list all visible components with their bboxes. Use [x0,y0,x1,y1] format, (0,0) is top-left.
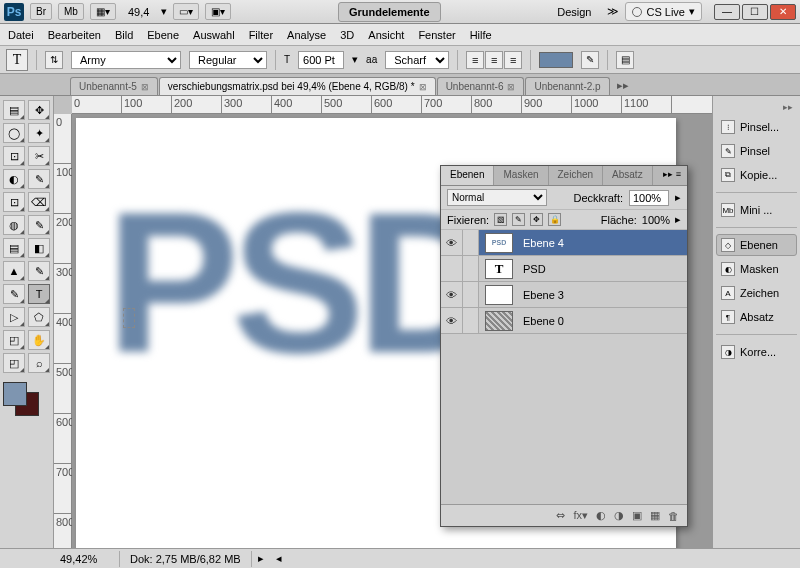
layer-name[interactable]: Ebene 4 [519,237,687,249]
tool-button[interactable]: ⊡ [3,192,25,212]
scroll-left-icon[interactable]: ◂ [270,550,288,567]
tool-button[interactable]: ◯ [3,123,25,143]
document-tab[interactable]: verschiebungsmatrix.psd bei 49,4% (Ebene… [159,77,436,95]
tab-close-icon[interactable]: ⊠ [141,82,149,92]
panel-button-ebenen[interactable]: ◇Ebenen [716,234,797,256]
layer-thumbnail[interactable]: PSD [485,233,513,253]
tabs-overflow-icon[interactable]: ▸▸ [611,76,635,95]
panel-button-masken[interactable]: ◐Masken [716,258,797,280]
panel-menu-icon[interactable]: ▸▸ ≡ [657,166,687,185]
close-button[interactable]: ✕ [770,4,796,20]
menu-3d[interactable]: 3D [340,29,354,41]
tool-button[interactable]: ⊡ [3,146,25,166]
character-panel-button[interactable]: ▤ [616,51,634,69]
layer-row[interactable]: 👁PSDEbene 4 [441,230,687,256]
panel-button-korre[interactable]: ◑Korre... [716,341,797,363]
tool-button[interactable]: ◰ [3,353,25,373]
fill-slider-icon[interactable]: ▸ [675,213,681,226]
opacity-slider-icon[interactable]: ▸ [675,191,681,204]
document-tab[interactable]: Unbenannt-6⊠ [437,77,525,95]
zoom-value[interactable]: 49,4 [122,4,155,20]
lock-pixels-button[interactable]: ✎ [512,213,525,226]
warp-text-button[interactable]: ✎ [581,51,599,69]
panel-button-kopie[interactable]: ⧉Kopie... [716,164,797,186]
menu-fenster[interactable]: Fenster [418,29,455,41]
tool-button[interactable]: ✎ [28,261,50,281]
panel-tab-zeichen[interactable]: Zeichen [549,166,604,185]
new-layer-button[interactable]: ▦ [650,509,660,522]
document-tab[interactable]: Unbenannt-2.p [525,77,609,95]
tool-button[interactable]: ✎ [3,284,25,304]
color-swatches[interactable] [3,382,43,416]
document-tab[interactable]: Unbenannt-5⊠ [70,77,158,95]
foreground-color-swatch[interactable] [3,382,27,406]
panel-button-pinsel[interactable]: ✎Pinsel [716,140,797,162]
layer-visibility-toggle[interactable]: 👁 [441,308,463,333]
link-layers-button[interactable]: ⇔ [556,509,565,522]
menu-filter[interactable]: Filter [249,29,273,41]
layer-row[interactable]: 👁Ebene 3 [441,282,687,308]
tab-close-icon[interactable]: ⊠ [507,82,515,92]
layer-row[interactable]: TPSD [441,256,687,282]
align-center-button[interactable]: ≡ [485,51,503,69]
layer-link-area[interactable] [463,282,479,307]
workspace-active[interactable]: Grundelemente [338,2,441,22]
delete-layer-button[interactable]: 🗑 [668,510,679,522]
tool-button[interactable]: ✋ [28,330,50,350]
adjustment-layer-button[interactable]: ◑ [614,509,624,522]
lock-position-button[interactable]: ✥ [530,213,543,226]
layer-visibility-toggle[interactable] [441,256,463,281]
cslive-button[interactable]: CS Live▾ [625,2,702,21]
menu-datei[interactable]: Datei [8,29,34,41]
tool-button[interactable]: ▲ [3,261,25,281]
panel-button-pinsel[interactable]: ⁝Pinsel... [716,116,797,138]
tool-button[interactable]: T [28,284,50,304]
fill-input[interactable]: 100% [642,214,670,226]
opacity-input[interactable]: 100% [629,190,669,206]
bridge-button[interactable]: Br [30,3,52,20]
align-left-button[interactable]: ≡ [466,51,484,69]
menu-hilfe[interactable]: Hilfe [470,29,492,41]
status-zoom[interactable]: 49,42% [54,551,120,567]
tool-button[interactable]: ◍ [3,215,25,235]
tool-button[interactable]: ◧ [28,238,50,258]
panel-button-absatz[interactable]: ¶Absatz [716,306,797,328]
layer-name[interactable]: Ebene 3 [519,289,687,301]
orientation-button[interactable]: ⇅ [45,51,63,69]
view-extras-button[interactable]: ▦▾ [90,3,116,20]
antialias-select[interactable]: Scharf [385,51,449,69]
align-right-button[interactable]: ≡ [504,51,522,69]
menu-auswahl[interactable]: Auswahl [193,29,235,41]
screen-mode-button[interactable]: ▣▾ [205,3,231,20]
collapse-panels-icon[interactable]: ▸▸ [716,100,797,114]
tool-button[interactable]: ✂ [28,146,50,166]
layer-name[interactable]: Ebene 0 [519,315,687,327]
tool-button[interactable]: ⬠ [28,307,50,327]
tool-button[interactable]: ✦ [28,123,50,143]
tool-button[interactable]: ▷ [3,307,25,327]
workspace-more-icon[interactable]: ≫ [607,5,619,18]
layer-visibility-toggle[interactable]: 👁 [441,230,463,255]
tool-preset[interactable]: T [6,49,28,71]
panel-tab-absatz[interactable]: Absatz [603,166,653,185]
tool-button[interactable]: ⌫ [28,192,50,212]
tool-button[interactable]: ✥ [28,100,50,120]
layer-link-area[interactable] [463,308,479,333]
font-size-input[interactable] [298,51,344,69]
layer-thumbnail[interactable] [485,285,513,305]
tool-button[interactable]: ✎ [28,215,50,235]
menu-ebene[interactable]: Ebene [147,29,179,41]
layer-thumbnail[interactable] [485,311,513,331]
minimize-button[interactable]: — [714,4,740,20]
font-family-select[interactable]: Army [71,51,181,69]
tool-button[interactable]: ▤ [3,238,25,258]
layer-name[interactable]: PSD [519,263,687,275]
minibridge-button[interactable]: Mb [58,3,84,20]
tool-button[interactable]: ◰ [3,330,25,350]
panel-tab-masken[interactable]: Masken [494,166,548,185]
tool-button[interactable]: ✎ [28,169,50,189]
tab-close-icon[interactable]: ⊠ [419,82,427,92]
layer-mask-button[interactable]: ◐ [596,509,606,522]
layer-style-button[interactable]: fx▾ [573,509,588,522]
layer-link-area[interactable] [463,256,479,281]
